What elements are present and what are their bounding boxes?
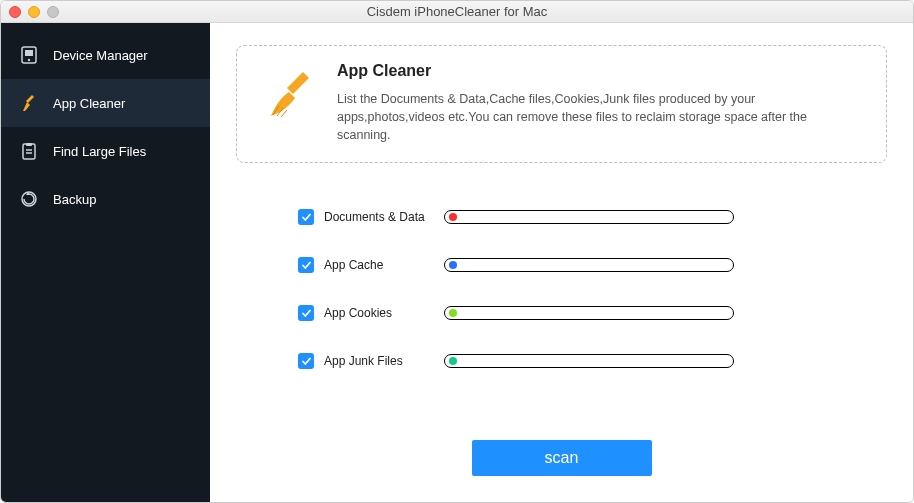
progress-bar-app-junk-files xyxy=(444,354,734,368)
category-row-app-cookies: App Cookies xyxy=(298,305,887,321)
spacer xyxy=(236,369,887,440)
info-description: List the Documents & Data,Cache files,Co… xyxy=(337,90,862,144)
category-label: App Cookies xyxy=(324,306,444,320)
sidebar-item-label: Backup xyxy=(53,192,96,207)
maximize-window-button xyxy=(47,6,59,18)
close-window-button[interactable] xyxy=(9,6,21,18)
checkbox-documents-data[interactable] xyxy=(298,209,314,225)
sidebar: Device Manager App Cleaner Find Large Fi… xyxy=(1,23,210,502)
category-row-app-junk-files: App Junk Files xyxy=(298,353,887,369)
broom-large-icon xyxy=(263,66,319,122)
sidebar-item-label: App Cleaner xyxy=(53,96,125,111)
category-row-app-cache: App Cache xyxy=(298,257,887,273)
sidebar-item-backup[interactable]: Backup xyxy=(1,175,210,223)
clipboard-icon xyxy=(19,141,39,161)
info-panel: App Cleaner List the Documents & Data,Ca… xyxy=(236,45,887,163)
backup-icon xyxy=(19,189,39,209)
category-label: App Junk Files xyxy=(324,354,444,368)
window-controls xyxy=(9,6,59,18)
broom-icon xyxy=(19,93,39,113)
progress-bar-app-cache xyxy=(444,258,734,272)
svg-rect-4 xyxy=(26,143,32,146)
category-label: App Cache xyxy=(324,258,444,272)
svg-point-2 xyxy=(28,59,30,61)
category-label: Documents & Data xyxy=(324,210,444,224)
sidebar-item-device-manager[interactable]: Device Manager xyxy=(1,31,210,79)
sidebar-item-find-large-files[interactable]: Find Large Files xyxy=(1,127,210,175)
checkbox-app-junk-files[interactable] xyxy=(298,353,314,369)
progress-dot xyxy=(449,213,457,221)
category-row-documents-data: Documents & Data xyxy=(298,209,887,225)
titlebar: Cisdem iPhoneCleaner for Mac xyxy=(1,1,913,23)
minimize-window-button[interactable] xyxy=(28,6,40,18)
window-body: Device Manager App Cleaner Find Large Fi… xyxy=(1,23,913,502)
sidebar-item-label: Device Manager xyxy=(53,48,148,63)
checkbox-app-cache[interactable] xyxy=(298,257,314,273)
sidebar-item-label: Find Large Files xyxy=(53,144,146,159)
device-icon xyxy=(19,45,39,65)
window-title: Cisdem iPhoneCleaner for Mac xyxy=(1,4,913,19)
info-text: App Cleaner List the Documents & Data,Ca… xyxy=(337,62,862,144)
sidebar-item-app-cleaner[interactable]: App Cleaner xyxy=(1,79,210,127)
progress-dot xyxy=(449,357,457,365)
category-list: Documents & Data App Cache xyxy=(236,209,887,369)
checkbox-app-cookies[interactable] xyxy=(298,305,314,321)
main-content: App Cleaner List the Documents & Data,Ca… xyxy=(210,23,913,502)
scan-button[interactable]: scan xyxy=(472,440,652,476)
progress-dot xyxy=(449,309,457,317)
info-heading: App Cleaner xyxy=(337,62,862,80)
progress-bar-app-cookies xyxy=(444,306,734,320)
progress-bar-documents-data xyxy=(444,210,734,224)
svg-rect-3 xyxy=(23,144,35,159)
svg-rect-1 xyxy=(25,50,33,56)
progress-dot xyxy=(449,261,457,269)
app-window: Cisdem iPhoneCleaner for Mac Device Mana… xyxy=(0,0,914,503)
